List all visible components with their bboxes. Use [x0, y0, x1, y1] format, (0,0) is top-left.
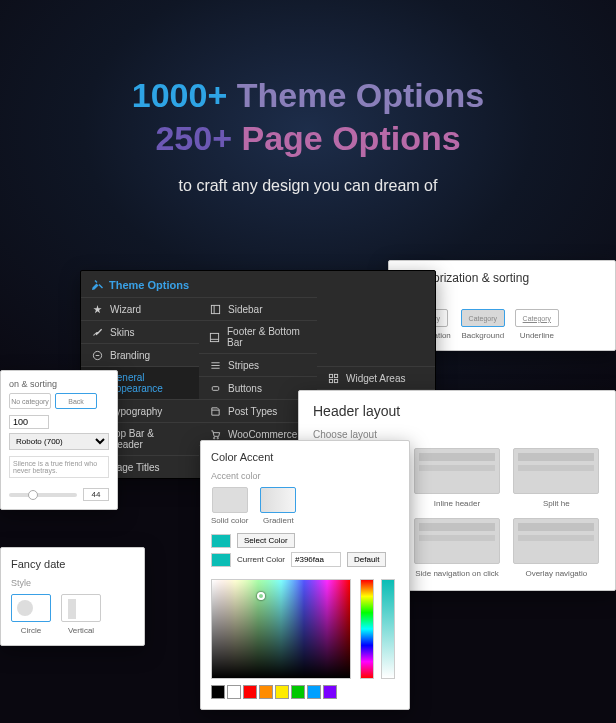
menu-icon	[209, 382, 221, 394]
menu-icon	[209, 428, 221, 440]
fancy-style-label: Style	[11, 578, 134, 588]
accent-color-label: Accent color	[211, 471, 399, 481]
menu-label: Post Types	[228, 406, 277, 417]
hero-subtitle: to craft any design you can dream of	[0, 177, 616, 195]
hero-label-2: Page Options	[241, 119, 460, 157]
svg-rect-6	[212, 386, 218, 390]
color-accent-panel: Color Accent Accent color Solid color Gr…	[200, 440, 410, 710]
menu-icon	[91, 303, 103, 315]
preset-swatch[interactable]	[323, 685, 337, 699]
slider-value[interactable]: 44	[83, 488, 109, 501]
theme-options-title: Theme Options	[109, 279, 189, 291]
cat-option[interactable]: CategoryUnderline	[515, 309, 559, 340]
layout-label: Side navigation on click	[412, 569, 501, 578]
svg-rect-4	[211, 305, 219, 313]
layout-swatch	[513, 448, 599, 494]
menu-label: Branding	[110, 350, 150, 361]
menu-icon	[209, 303, 221, 315]
color-accent-title: Color Accent	[211, 451, 399, 463]
theme-option-item[interactable]: Wizard	[81, 297, 199, 320]
menu-label: WooCommerce	[228, 429, 297, 440]
preset-swatch[interactable]	[291, 685, 305, 699]
preset-swatch[interactable]	[307, 685, 321, 699]
hero-label-1: Theme Options	[237, 76, 484, 114]
hero: 1000+ Theme Options 250+ Page Options to…	[0, 0, 616, 195]
hex-input[interactable]	[291, 552, 341, 567]
fancy-option-circle[interactable]: Circle	[11, 594, 51, 635]
alpha-slider[interactable]	[381, 579, 395, 679]
menu-label: General Appearance	[109, 372, 189, 394]
color-picker-field[interactable]	[211, 579, 351, 679]
fancy-date-title: Fancy date	[11, 558, 134, 570]
fancy-swatch-vertical	[61, 594, 101, 622]
menu-label: Buttons	[228, 383, 262, 394]
fancy-swatch-circle	[11, 594, 51, 622]
layout-option[interactable]: Inline header	[412, 448, 501, 508]
layout-label: Inline header	[412, 499, 501, 508]
preset-swatch[interactable]	[259, 685, 273, 699]
menu-label: Skins	[110, 327, 134, 338]
cat-caption: Underline	[515, 331, 559, 340]
choose-layout-label: Choose layout	[313, 429, 601, 440]
svg-rect-11	[334, 374, 337, 377]
default-button[interactable]: Default	[347, 552, 386, 567]
hue-slider[interactable]	[360, 579, 374, 679]
mode-solid[interactable]: Solid color	[211, 487, 248, 525]
sort-mini-title: on & sorting	[9, 379, 109, 389]
svg-point-8	[217, 437, 218, 438]
picker-cursor-icon[interactable]	[257, 592, 265, 600]
theme-option-item[interactable]: Skins	[81, 320, 199, 343]
cat-option[interactable]: CategoryBackground	[461, 309, 505, 340]
theme-option-item[interactable]: Widget Areas	[317, 366, 435, 389]
chip-background[interactable]: Back	[55, 393, 97, 409]
theme-option-item[interactable]: Branding	[81, 343, 199, 366]
menu-label: Wizard	[110, 304, 141, 315]
svg-rect-10	[329, 374, 332, 377]
layout-option[interactable]: Split he	[512, 448, 601, 508]
preset-swatch[interactable]	[211, 685, 225, 699]
select-color-button[interactable]: Select Color	[237, 533, 295, 548]
slider-track[interactable]	[9, 493, 77, 497]
select-color-swatch	[211, 534, 231, 548]
svg-rect-12	[329, 379, 332, 382]
svg-point-7	[213, 437, 214, 438]
layout-swatch	[414, 518, 500, 564]
gap-input[interactable]	[9, 415, 49, 429]
font-preview-quote: Silence is a true friend who never betra…	[9, 456, 109, 478]
mode-solid-swatch	[212, 487, 248, 513]
hero-count-1: 1000+	[132, 76, 228, 114]
fancy-label-vertical: Vertical	[68, 626, 94, 635]
mode-gradient[interactable]: Gradient	[260, 487, 296, 525]
theme-option-item[interactable]: Footer & Bottom Bar	[199, 320, 317, 353]
sort-mini-panel: on & sorting No category Back Roboto (70…	[0, 370, 118, 510]
chip-no-category[interactable]: No category	[9, 393, 51, 409]
theme-option-item[interactable]: Stripes	[199, 353, 317, 376]
menu-icon	[209, 359, 221, 371]
theme-option-item[interactable]: Sidebar	[199, 297, 317, 320]
svg-rect-5	[210, 333, 218, 341]
font-select[interactable]: Roboto (700)	[9, 433, 109, 450]
fancy-date-panel: Fancy date Style Circle Vertical	[0, 547, 145, 646]
mode-gradient-swatch	[260, 487, 296, 513]
preset-swatch[interactable]	[227, 685, 241, 699]
cat-chip: Category	[461, 309, 505, 327]
slider-thumb[interactable]	[28, 490, 38, 500]
layout-option[interactable]: Side navigation on click	[412, 518, 501, 578]
menu-icon	[209, 331, 220, 343]
preset-swatch[interactable]	[275, 685, 289, 699]
fancy-option-vertical[interactable]: Vertical	[61, 594, 101, 635]
current-color-label: Current Color	[237, 555, 285, 564]
preset-swatch[interactable]	[243, 685, 257, 699]
cat-caption: Background	[461, 331, 505, 340]
menu-label: Sidebar	[228, 304, 262, 315]
layout-label: Overlay navigatio	[512, 569, 601, 578]
menu-icon	[91, 349, 103, 361]
layout-option[interactable]: Overlay navigatio	[512, 518, 601, 578]
preset-swatches	[211, 685, 399, 699]
hero-count-2: 250+	[155, 119, 232, 157]
menu-label: Top Bar & Header	[110, 428, 189, 450]
menu-label: Footer & Bottom Bar	[227, 326, 307, 348]
layout-label: Split he	[512, 499, 601, 508]
menu-icon	[91, 326, 103, 338]
layout-swatch	[513, 518, 599, 564]
